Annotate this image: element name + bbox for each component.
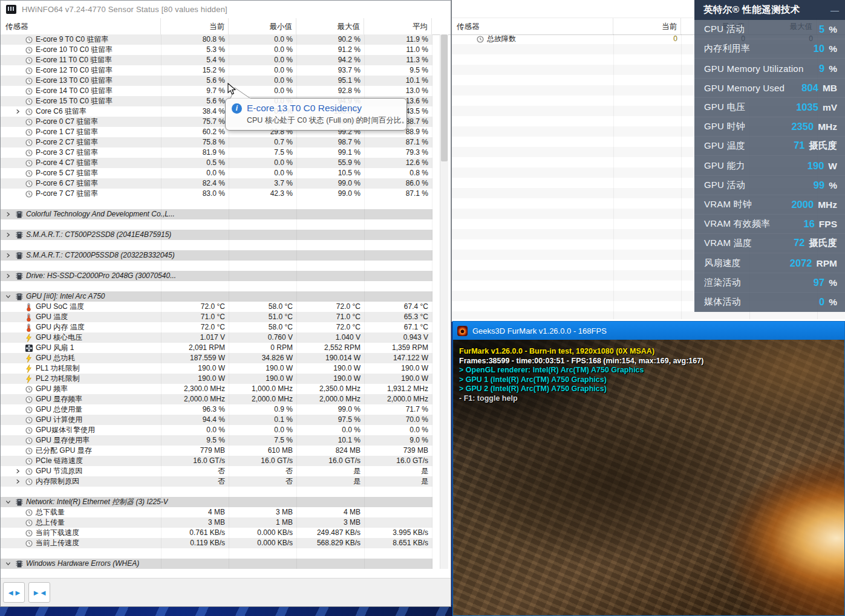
sensor-label: GPU 温度: [36, 312, 68, 322]
scrollbar-thumb[interactable]: [441, 34, 448, 161]
sensor-row[interactable]: P-core 7 C7 驻留率83.0 %42.3 %99.0 %87.1 %: [1, 189, 432, 199]
chevron-right-icon[interactable]: [15, 479, 25, 484]
sensor-row[interactable]: GPU 频率2,300.0 MHz1,000.0 MHz2,350.0 MHz1…: [1, 384, 432, 394]
chevron-right-icon[interactable]: [15, 109, 25, 114]
sensor-label: 已分配 GPU 显存: [36, 446, 92, 456]
sensor-avg: 8.651 KB/s: [364, 538, 432, 548]
chevron-right-icon[interactable]: [5, 273, 16, 279]
sensor-min: 0 RPM: [229, 343, 296, 353]
sensor-current: 779 MB: [161, 446, 229, 456]
section-header-row[interactable]: Drive: HS-SSD-C2000Pro 2048G (30070540..…: [1, 271, 432, 281]
column-current[interactable]: 当前: [613, 18, 681, 34]
sensor-row[interactable]: 内存限制原因否否是是: [1, 476, 432, 487]
hwinfo-app-icon: [6, 5, 16, 14]
sensor-row[interactable]: PCIe 链路速度16.0 GT/s16.0 GT/s16.0 GT/s16.0…: [1, 456, 432, 466]
sensor-row[interactable]: PL1 功耗限制190.0 W190.0 W190.0 W190.0 W: [1, 363, 432, 374]
osd-line: - F1: toggle help: [459, 394, 703, 404]
power-icon: [25, 354, 33, 363]
sensor-row[interactable]: 总上传量3 MB1 MB3 MB: [1, 517, 432, 528]
minimize-icon[interactable]: —: [830, 7, 839, 13]
sensor-row[interactable]: P-core 3 C7 驻留率81.9 %7.5 %99.1 %79.3 %: [1, 148, 432, 158]
section-header-row[interactable]: Windows Hardware Errors (WHEA): [1, 559, 432, 569]
section-header-row[interactable]: S.M.A.R.T.: CT500P2SSD8 (2041E4B75915): [1, 230, 432, 240]
metric-value: 0: [819, 296, 824, 308]
sensor-row[interactable]: P-core 4 C7 驻留率0.5 %0.0 %55.9 %12.6 %: [1, 158, 432, 168]
chevron-down-icon[interactable]: [5, 561, 16, 566]
chevron-right-icon[interactable]: [5, 232, 16, 238]
metric-label: GPU 时钟: [704, 121, 745, 132]
sensor-current: 0.0 %: [161, 168, 229, 178]
sensor-current: 38.4 %: [161, 106, 229, 117]
section-header-row[interactable]: Network: Intel(R) Ethernet 控制器 (3) I225-…: [1, 497, 432, 507]
column-min[interactable]: 最小值: [229, 18, 296, 34]
chevron-down-icon[interactable]: [5, 499, 16, 505]
sensor-max: 72.0 °C: [296, 302, 364, 312]
sensor-row[interactable]: E-core 14 T0 C0 驻留率9.7 %0.0 %92.8 %13.0 …: [1, 86, 432, 96]
collapse-columns-button[interactable]: ►◄: [28, 582, 50, 603]
sensor-row[interactable]: GPU 内存 温度72.0 °C58.0 °C72.0 °C67.1 °C: [1, 322, 432, 332]
sensor-row[interactable]: GPU 计算使用94.4 %0.1 %97.5 %70.0 %: [1, 415, 432, 425]
metric-label: GPU 能力: [704, 160, 745, 172]
chevron-right-icon[interactable]: [5, 212, 16, 217]
metric-unit: 摄氏度: [809, 237, 838, 250]
chevron-right-icon[interactable]: [15, 468, 25, 474]
sensor-row[interactable]: P-core 6 C7 驻留率82.4 %3.7 %99.0 %86.0 %: [1, 178, 432, 189]
sensor-row[interactable]: E-core 12 T0 C0 驻留率15.2 %0.0 %93.7 %9.5 …: [1, 65, 432, 76]
sensor-row[interactable]: GPU 总功耗187.559 W34.826 W190.014 W147.122…: [1, 353, 432, 363]
sensor-max: 91.2 %: [296, 45, 364, 55]
sensor-row[interactable]: GPU SoC 温度72.0 °C58.0 °C72.0 °C67.4 °C: [1, 302, 432, 312]
sensor-min: 3.7 %: [229, 178, 296, 189]
sensor-min: 0.1 %: [229, 415, 296, 425]
hwinfo-titlebar[interactable]: HWiNFO64 v7.24-4770 Sensor Status [80 va…: [1, 1, 451, 19]
metric-value: 1035: [796, 102, 818, 113]
sensor-row[interactable]: GPU 核心电压1.017 V0.760 V1.040 V0.943 V: [1, 332, 432, 343]
sensor-row[interactable]: P-core 5 C7 驻留率0.0 %0.0 %10.5 %0.8 %: [1, 168, 432, 178]
sensor-row[interactable]: 已分配 GPU 显存779 MB610 MB824 MB739 MB: [1, 446, 432, 456]
sensor-row[interactable]: GPU 节流原因否否是是: [1, 466, 432, 476]
clock-icon: [25, 160, 33, 167]
section-header-row[interactable]: S.M.A.R.T.: CT2000P5SSD8 (20322B332045): [1, 250, 432, 261]
sensor-label: PL1 功耗限制: [36, 363, 80, 374]
sensor-label: P-core 2 C7 驻留率: [36, 137, 98, 148]
clock-icon: [25, 509, 33, 516]
sensor-current: 75.7 %: [161, 117, 229, 127]
sensor-row[interactable]: GPU 总使用量96.3 %0.9 %99.0 %71.7 %: [1, 404, 432, 415]
sensor-min: 58.0 °C: [229, 302, 296, 312]
sensor-row[interactable]: PL2 功耗限制190.0 W190.0 W190.0 W190.0 W: [1, 374, 432, 384]
column-current[interactable]: 当前: [161, 18, 229, 34]
sensor-current: 否: [161, 476, 229, 487]
sensor-row[interactable]: GPU媒体引擎使用0.0 %0.0 %0.0 %0.0 %: [1, 425, 432, 435]
sensor-row[interactable]: P-core 2 C7 驻留率75.8 %0.7 %98.7 %87.1 %: [1, 137, 432, 148]
clock-icon: [25, 47, 33, 54]
column-sensor[interactable]: 传感器: [452, 18, 613, 34]
info-icon: i: [232, 103, 242, 114]
section-header-row[interactable]: Colorful Technology And Development Co.,…: [1, 209, 432, 219]
sensor-row[interactable]: GPU 温度71.0 °C51.0 °C71.0 °C65.3 °C: [1, 312, 432, 322]
sensor-row[interactable]: E-core 9 T0 C0 驻留率80.8 %0.0 %90.2 %11.9 …: [1, 34, 432, 45]
section-header-row[interactable]: GPU [#0]: Intel Arc A750: [1, 291, 432, 302]
sensor-row[interactable]: E-core 13 T0 C0 驻留率5.6 %0.0 %95.1 %10.1 …: [1, 76, 432, 86]
sensor-row[interactable]: GPU 显存频率2,000.0 MHz2,000.0 MHz2,000.0 MH…: [1, 394, 432, 404]
vertical-scrollbar[interactable]: [440, 34, 448, 569]
sensor-avg: 67.4 °C: [364, 302, 432, 312]
sensor-row[interactable]: 当前下载速度0.761 KB/s0.000 KB/s249.487 KB/s3.…: [1, 528, 432, 538]
column-sensor[interactable]: 传感器: [1, 18, 161, 34]
sensor-min: 0.0 %: [229, 425, 296, 435]
furmark-titlebar[interactable]: Geeks3D FurMark v1.26.0.0 - 168FPS: [453, 322, 844, 340]
sensor-row[interactable]: 总下载量4 MB3 MB4 MB: [1, 507, 432, 517]
sensor-row[interactable]: 当前上传速度0.119 KB/s0.000 KB/s568.829 KB/s8.…: [1, 538, 432, 548]
osd-line: > GPU 2 (Intel(R) Arc(TM) A750 Graphics): [459, 384, 703, 394]
sensor-row[interactable]: E-core 10 T0 C0 驻留率5.3 %0.0 %91.2 %11.0 …: [1, 45, 432, 55]
chevron-down-icon[interactable]: [5, 294, 16, 299]
overlay-metric-row: 媒体活动0%: [694, 293, 845, 312]
sensor-row[interactable]: GPU 显存使用率9.5 %7.5 %10.1 %9.0 %: [1, 435, 432, 446]
sensor-max: 10.5 %: [296, 168, 364, 178]
chevron-right-icon[interactable]: [5, 253, 16, 258]
expand-columns-button[interactable]: ◄►: [3, 582, 25, 603]
column-avg[interactable]: 平均: [364, 18, 432, 34]
sensor-row[interactable]: E-core 11 T0 C0 驻留率5.4 %0.0 %94.2 %11.3 …: [1, 55, 432, 65]
sensor-avg: 70.0 %: [364, 415, 432, 425]
overlay-titlebar[interactable]: 英特尔® 性能遥测技术 —: [694, 0, 845, 20]
sensor-row[interactable]: GPU 风扇 12,091 RPM0 RPM2,552 RPM1,359 RPM: [1, 343, 432, 353]
column-max[interactable]: 最大值: [296, 18, 364, 34]
